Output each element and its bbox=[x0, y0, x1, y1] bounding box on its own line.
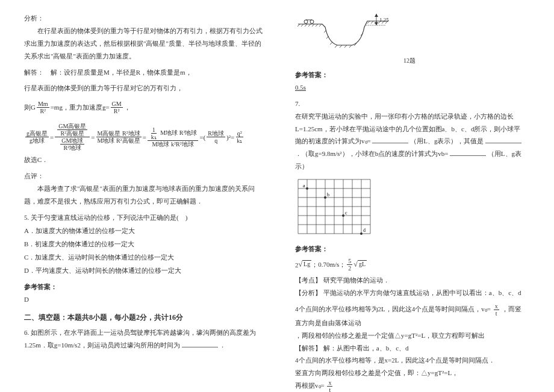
left-column: 分析： 在行星表面的物体受到的重力等于行星对物体的万有引力，根据万有引力公式求出… bbox=[24, 12, 265, 392]
q7-stem-b: （用L、g表示），其值是 bbox=[410, 137, 484, 145]
eq2-f1: GM高银星R²高银星 GM地球R²地球 bbox=[55, 123, 90, 151]
analysis-label: 分析： bbox=[24, 12, 265, 25]
review-label: 点评： bbox=[24, 170, 265, 182]
q7-ans-frac: 5 2 bbox=[347, 258, 352, 272]
q7-answer-line: 2 Lg ；0.70m/s； 5 2 gL bbox=[295, 258, 524, 272]
q7-blank-3 bbox=[450, 149, 486, 156]
svg-point-48 bbox=[324, 196, 326, 199]
q6-blank bbox=[182, 340, 218, 347]
q7-stem: 在研究平抛运动的实验中，用一张印有小方格的纸记录轨迹，小方格的边长L=1.25c… bbox=[295, 110, 524, 173]
q7-sol-text: 解：从图中看出，a、b、c、d bbox=[323, 344, 409, 352]
q7-kp-label: 【考点】 bbox=[295, 276, 322, 284]
q7-p5-a: 再根据v₀= bbox=[295, 382, 325, 389]
svg-line-10 bbox=[335, 45, 337, 48]
q6-answer-val: 0.5s bbox=[295, 84, 306, 91]
svg-line-9 bbox=[330, 42, 332, 45]
q5-stem: 5. 关于匀变速直线运动的位移，下列说法中正确的是( ) bbox=[24, 211, 265, 224]
eq1-suffix: ， bbox=[124, 103, 131, 112]
eq2-f2: M高银星 R²地球 M地球 R²高银星 bbox=[96, 130, 142, 144]
q7-p1-a: 4个点间的水平位移均相等为2L，因此这4个点是等时间间隔点，v₀= bbox=[295, 305, 491, 313]
q7-p2: ，两段相邻的位移之差是一个定值△y=gT²=L，联立方程即可解出 bbox=[295, 329, 524, 342]
q7-analysis: 【分析】 平抛运动的水平方向做匀速直线运动，从图中可以看出：a、b、c、d bbox=[295, 287, 524, 299]
eq2-lhs: g高银星 g地球 bbox=[25, 130, 49, 144]
q7-kp-text: 研究平抛物体的运动． bbox=[323, 276, 390, 284]
svg-point-28 bbox=[310, 20, 314, 23]
q5-choice-c: C．加速度大、运动时间长的物体通过的位移一定大 bbox=[24, 250, 265, 264]
svg-marker-25 bbox=[375, 22, 378, 25]
svg-text:b: b bbox=[327, 192, 329, 198]
q7-p4: 竖直方向两段相邻位移之差是个定值，即：△y=gT²=L， bbox=[295, 367, 524, 379]
eq1-frac-2: GMR² bbox=[111, 101, 123, 114]
solve-p1: 行星表面的物体受到的重力等于行星对它的万有引力， bbox=[24, 82, 265, 95]
eq1-frac-1: MmR² bbox=[37, 101, 49, 114]
ref-ans-label-1: 参考答案： bbox=[24, 281, 265, 293]
svg-point-27 bbox=[304, 20, 308, 23]
q7-p1: 4个点间的水平位移均相等为2L，因此这4个点是等时间间隔点，v₀= x t ，而… bbox=[295, 303, 524, 329]
q7-sol: 【解答】 解：从图中看出，a、b、c、d bbox=[295, 342, 524, 355]
figure-12: 1.25 12题 bbox=[295, 12, 524, 65]
svg-text:a: a bbox=[303, 183, 305, 188]
q6-answer: 0.5s bbox=[295, 81, 524, 94]
eq2-f4: R地球 q bbox=[207, 130, 225, 144]
q7-an-label: 【分析】 bbox=[295, 289, 322, 296]
equation-2: g高银星 g地球 = GM高银星R²高银星 GM地球R²地球 = M高银星 R²… bbox=[24, 123, 265, 151]
q7-p3: 4个点间的水平位移均相等，是x=2L，因此这4个点是等时间间隔点． bbox=[295, 354, 524, 367]
q7-p5-frac: x t bbox=[327, 379, 332, 392]
eq2-eq2: = bbox=[91, 134, 95, 141]
q7-sol-label: 【解答】 bbox=[295, 344, 322, 352]
eq1-prefix: 则G bbox=[24, 103, 36, 112]
q5-choice-d: D．平均速度大、运动时间长的物体通过的位移一定大 bbox=[24, 264, 265, 277]
grid-diagram: a b c d bbox=[295, 176, 524, 239]
conclude: 故选C． bbox=[24, 154, 265, 166]
q5-choice-b: B．初速度大的物体通过的位移一定大 bbox=[24, 237, 265, 250]
q6-stem-b: ． bbox=[219, 341, 226, 349]
q6-stem: 6. 如图所示，在水平路面上一运动员驾驶摩托车跨越壕沟，壕沟两侧的高度差为1.2… bbox=[24, 326, 265, 352]
fig12-height: 1.25 bbox=[379, 17, 389, 23]
q7-p1-frac: x t bbox=[494, 303, 499, 317]
q7-stem-c: ．（取g=9.8m/s²），小球在b点的速度的计算式为vb= bbox=[295, 150, 448, 157]
page-root: 分析： 在行星表面的物体受到的重力等于行星对物体的万有引力，根据万有引力公式求出… bbox=[0, 0, 554, 392]
q7-ans-sqrt1: Lg bbox=[299, 260, 312, 269]
svg-text:c: c bbox=[345, 210, 347, 216]
eq2-eq5: = bbox=[231, 134, 234, 141]
fig12-caption: 12题 bbox=[295, 57, 524, 65]
q7-ans-mid: ；0.70m/s； bbox=[311, 260, 346, 269]
q5-choice-a: A．加速度大的物体通过的位移一定大 bbox=[24, 224, 265, 237]
eq2-f5: q² k₁ bbox=[235, 130, 243, 144]
svg-marker-24 bbox=[375, 14, 378, 17]
eq2-eq1: = bbox=[50, 134, 54, 141]
solve-label: 解答： 解：设行星质量是M，半径是R，物体质量是m， bbox=[24, 66, 265, 79]
q7-p5: 再根据v₀= x t bbox=[295, 379, 524, 392]
grid-svg: a b c d bbox=[295, 176, 373, 237]
q7-blank-1 bbox=[372, 136, 408, 143]
q7-kp: 【考点】 研究平抛物体的运动． bbox=[295, 274, 524, 287]
svg-point-52 bbox=[360, 232, 363, 235]
q7-an-text: 平抛运动的水平方向做匀速直线运动，从图中可以看出：a、b、c、d bbox=[323, 289, 521, 296]
eq1-mid: =mg，重力加速度g= bbox=[51, 103, 110, 112]
eq2-eq3: = bbox=[143, 134, 146, 141]
svg-text:d: d bbox=[363, 228, 366, 233]
svg-line-15 bbox=[358, 39, 360, 42]
section-2-heading: 二、填空题：本题共8小题，每小题2分，共计16分 bbox=[24, 311, 265, 325]
svg-point-50 bbox=[342, 214, 344, 217]
ref-ans-label-2: 参考答案： bbox=[295, 69, 524, 81]
q7-blank-2 bbox=[485, 136, 521, 143]
q7-num: 7. bbox=[295, 98, 524, 110]
analysis-text: 在行星表面的物体受到的重力等于行星对物体的万有引力，根据万有引力公式求出重力加速… bbox=[24, 25, 265, 63]
eq2-f3: 1k₁ M地球 R²地球 M地球 k²R²地球 bbox=[148, 126, 199, 148]
q5-answer: D bbox=[24, 293, 265, 306]
equation-1: 则G MmR² =mg，重力加速度g= GMR² ， bbox=[24, 101, 265, 114]
q7-ans-sqrt2: gL bbox=[353, 260, 367, 269]
right-column: 1.25 12题 参考答案： 0.5s 7. 在研究平抛运动的实验中，用一张印有… bbox=[295, 12, 524, 392]
svg-point-46 bbox=[306, 187, 308, 190]
ref-ans-label-3: 参考答案： bbox=[295, 243, 524, 255]
review-text: 本题考查了求"高银星"表面的重力加速度与地球表面的重力加速度的关系问题，难度不是… bbox=[24, 182, 265, 208]
trench-diagram-svg: 1.25 bbox=[295, 12, 391, 54]
